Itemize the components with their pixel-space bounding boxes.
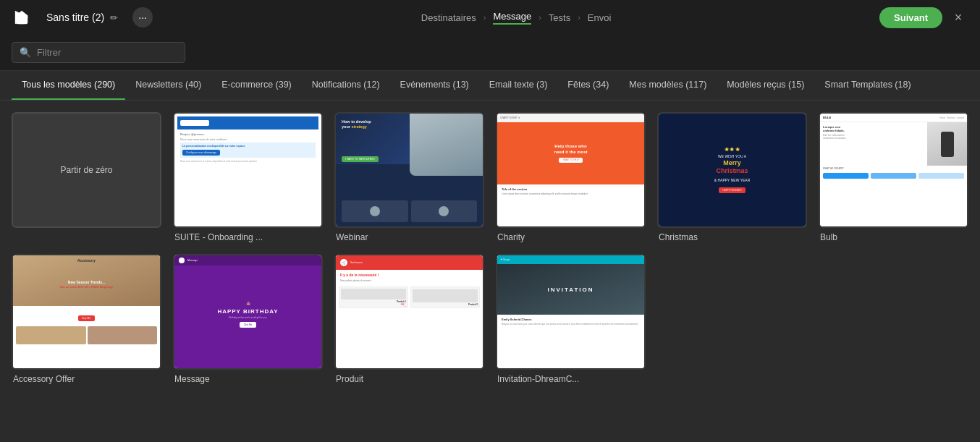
template-onboarding[interactable]: Bonjour @prenom, Nous vous remercions de… bbox=[173, 112, 323, 242]
top-nav: Sans titre (2) ✏ ··· Destinataires › Mes… bbox=[0, 0, 980, 35]
accessory-label: Accessory Offer bbox=[12, 374, 161, 384]
invitation-label: Invitation-DhreamC... bbox=[496, 374, 646, 384]
template-christmas[interactable]: ⭐ ⭐ ⭐ WE WISH YOU A MerryChristmas & HAP… bbox=[657, 112, 807, 242]
template-thumb-bulb: BULB Home Services Contact Lorsque nonum… bbox=[819, 112, 968, 228]
tab-newsletters[interactable]: Newsletters (40) bbox=[125, 71, 211, 100]
logo-icon bbox=[14, 9, 30, 25]
template-thumb-message: Message 🎂 HAPPY BIRTHDAY Birthday wishes… bbox=[173, 254, 323, 370]
more-icon: ··· bbox=[138, 12, 147, 23]
breadcrumb-sep-1: › bbox=[483, 13, 486, 22]
tab-tous-modeles[interactable]: Tous les modèles (290) bbox=[12, 71, 125, 100]
breadcrumb-sep-2: › bbox=[538, 13, 541, 22]
blank-card-thumb[interactable]: Partir de zéro bbox=[12, 112, 161, 228]
breadcrumb-envoi[interactable]: Envoi bbox=[588, 12, 612, 23]
template-thumb-produit: 🛒 Sarbacane Il y a de la nouveauté ! Nos… bbox=[334, 254, 484, 370]
charity-label: Charity bbox=[496, 232, 646, 242]
template-thumb-accessory: Accessory New Season Trends...Get an ext… bbox=[12, 254, 161, 370]
template-accessory[interactable]: Accessory New Season Trends...Get an ext… bbox=[12, 254, 161, 384]
tab-fetes[interactable]: Fêtes (34) bbox=[557, 71, 619, 100]
close-icon: × bbox=[955, 10, 963, 25]
tab-email-texte[interactable]: Email texte (3) bbox=[479, 71, 558, 100]
message-label: Message bbox=[173, 374, 323, 384]
template-thumb-charity: CHARITY EVENT ▼ Help those whoneed it th… bbox=[496, 112, 646, 228]
template-produit[interactable]: 🛒 Sarbacane Il y a de la nouveauté ! Nos… bbox=[334, 254, 484, 384]
close-button[interactable]: × bbox=[948, 7, 968, 27]
template-blank[interactable]: Partir de zéro bbox=[12, 112, 161, 242]
blank-card-label: Partir de zéro bbox=[60, 165, 112, 175]
search-bar-wrapper: 🔍 bbox=[0, 35, 980, 71]
breadcrumb: Destinataires › Message › Tests › Envoi bbox=[161, 11, 871, 25]
template-thumb-invitation: ✦ Surga INVITATION Emily Schmid-Chavez B… bbox=[496, 254, 646, 370]
edit-icon: ✏ bbox=[110, 12, 118, 23]
bulb-label: Bulb bbox=[819, 232, 968, 242]
search-input-wrap: 🔍 bbox=[12, 42, 185, 63]
tab-mes-modeles[interactable]: Mes modèles (117) bbox=[619, 71, 717, 100]
campaign-title-btn[interactable]: Sans titre (2) ✏ bbox=[41, 9, 124, 26]
breadcrumb-message[interactable]: Message bbox=[493, 11, 531, 25]
tab-notifications[interactable]: Notifications (12) bbox=[302, 71, 390, 100]
produit-label: Produit bbox=[334, 374, 484, 384]
template-thumb-webinar: How to developyour strategy I WANT TO PA… bbox=[334, 112, 484, 228]
tab-ecommerce[interactable]: E-commerce (39) bbox=[211, 71, 302, 100]
nav-logo[interactable] bbox=[12, 7, 32, 27]
webinar-label: Webinar bbox=[334, 232, 484, 242]
tab-modeles-recus[interactable]: Modèles reçus (15) bbox=[717, 71, 814, 100]
campaign-title-text: Sans titre (2) bbox=[46, 12, 104, 23]
breadcrumb-destinataires[interactable]: Destinataires bbox=[421, 12, 476, 23]
search-icon: 🔍 bbox=[20, 47, 31, 58]
breadcrumb-tests[interactable]: Tests bbox=[549, 12, 570, 23]
template-grid: Partir de zéro Bonjour @prenom, Nous vou… bbox=[0, 101, 980, 396]
christmas-label: Christmas bbox=[657, 232, 807, 242]
filter-tabs: Tous les modèles (290) Newsletters (40) … bbox=[0, 71, 980, 101]
search-input[interactable] bbox=[37, 47, 174, 58]
more-options-button[interactable]: ··· bbox=[132, 7, 153, 27]
template-invitation[interactable]: ✦ Surga INVITATION Emily Schmid-Chavez B… bbox=[496, 254, 646, 384]
suivant-button[interactable]: Suivant bbox=[879, 7, 942, 28]
onboarding-label: SUITE - Onboarding ... bbox=[173, 232, 323, 242]
template-charity[interactable]: CHARITY EVENT ▼ Help those whoneed it th… bbox=[496, 112, 646, 242]
breadcrumb-sep-3: › bbox=[578, 13, 580, 22]
nav-actions: Suivant × bbox=[879, 7, 968, 28]
tab-evenements[interactable]: Evénements (13) bbox=[390, 71, 479, 100]
template-message[interactable]: Message 🎂 HAPPY BIRTHDAY Birthday wishes… bbox=[173, 254, 323, 384]
template-webinar[interactable]: How to developyour strategy I WANT TO PA… bbox=[334, 112, 484, 242]
tab-smart-templates[interactable]: Smart Templates (18) bbox=[814, 71, 921, 100]
template-thumb-christmas: ⭐ ⭐ ⭐ WE WISH YOU A MerryChristmas & HAP… bbox=[657, 112, 807, 228]
template-bulb[interactable]: BULB Home Services Contact Lorsque nonum… bbox=[819, 112, 968, 242]
template-thumb-onboarding: Bonjour @prenom, Nous vous remercions de… bbox=[173, 112, 323, 228]
